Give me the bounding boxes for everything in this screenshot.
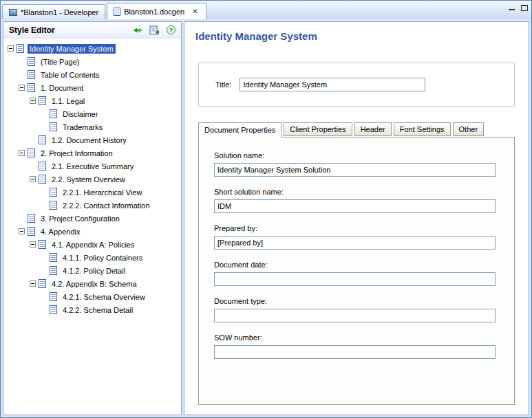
tree-item-label: Identity Manager System	[28, 44, 116, 54]
docgen-file-icon	[114, 8, 120, 16]
collapse-toggle-icon[interactable]	[30, 98, 36, 104]
field-label: Document type:	[214, 297, 496, 305]
tree-item[interactable]: 4.2.1. Schema Overview	[3, 290, 181, 303]
document-icon	[50, 292, 57, 301]
tree-item[interactable]: (Title Page)	[3, 55, 181, 68]
field-input[interactable]	[214, 163, 496, 177]
tree-item[interactable]: 3. Project Configuration	[3, 212, 181, 225]
tree-item[interactable]: 4. Appendix	[3, 225, 181, 238]
tab-client-properties[interactable]: Client Properties	[284, 122, 352, 136]
tree-item-label: 4.2.2. Schema Detail	[61, 305, 135, 315]
minimize-icon[interactable]	[509, 5, 515, 11]
tree-item[interactable]: Identity Manager System	[3, 42, 181, 55]
tree-item[interactable]: 4.1. Appendix A: Policies	[3, 238, 181, 251]
document-icon	[50, 188, 57, 197]
collapse-toggle-icon[interactable]	[30, 241, 36, 248]
document-icon	[50, 266, 57, 275]
tree-item[interactable]: Disclaimer	[3, 107, 181, 120]
tree-item-label: 4.1.2. Policy Detail	[61, 266, 127, 276]
editor-tab-bar: *Blanston1 - Developer Blanston1.docgen …	[1, 1, 531, 19]
generate-document-button[interactable]	[148, 24, 161, 36]
tree-item[interactable]: Trademarks	[3, 120, 181, 133]
tree-item-label: 4.1.1. Policy Containers	[61, 253, 145, 263]
form-field: Document date:	[214, 261, 496, 286]
tree-item-label: 2.1. Executive Summary	[50, 162, 136, 171]
tree-item-label: 2.2.2. Contact Information	[61, 201, 152, 210]
collapse-toggle-icon[interactable]	[19, 150, 25, 156]
tree-item-label: 4.1. Appendix A: Policies	[50, 240, 136, 250]
form-field: SOW number:	[214, 333, 496, 359]
title-field-row: Title:	[215, 78, 503, 91]
tab-header[interactable]: Header	[354, 122, 392, 136]
tree-item[interactable]: 1. Document	[3, 81, 181, 94]
tree-item[interactable]: 2.2.1. Hierarchical View	[3, 186, 181, 199]
field-input[interactable]	[214, 345, 496, 359]
help-button[interactable]: ?	[164, 24, 178, 36]
tree-item[interactable]: 4.1.1. Policy Containers	[3, 251, 181, 264]
style-editor-panel: Style Editor	[3, 21, 182, 415]
tree-item[interactable]: Table of Contents	[3, 68, 181, 81]
style-tree: Identity Manager System(Title Page)Table…	[3, 38, 181, 415]
collapse-toggle-icon[interactable]	[30, 280, 36, 287]
collapse-toggle-icon[interactable]	[19, 85, 25, 91]
tree-item[interactable]: 2.2.2. Contact Information	[3, 199, 181, 212]
page-title: Identity Manager System	[194, 29, 519, 42]
document-icon	[39, 279, 46, 288]
tree-item[interactable]: 2.2. System Overview	[3, 173, 181, 186]
tree-item-label: Table of Contents	[39, 70, 102, 80]
document-icon	[17, 44, 24, 53]
title-label: Title:	[215, 80, 231, 89]
tree-item-label: Disclaimer	[61, 109, 100, 119]
document-icon	[39, 240, 46, 249]
form-field: Short solution name:	[214, 188, 496, 213]
maximize-icon[interactable]	[521, 5, 528, 11]
tab-font-settings[interactable]: Font Settings	[394, 122, 451, 136]
close-tab-icon[interactable]: ✕	[191, 8, 199, 15]
panel-title: Style Editor	[9, 25, 131, 35]
tree-item[interactable]: 4.1.2. Policy Detail	[3, 264, 181, 277]
tab-document-properties[interactable]: Document Properties	[198, 122, 281, 138]
field-label: Short solution name:	[214, 188, 496, 196]
collapse-toggle-icon[interactable]	[8, 45, 14, 52]
document-icon	[39, 96, 46, 105]
tab-other[interactable]: Other	[453, 122, 485, 136]
document-icon	[50, 122, 57, 131]
tree-item[interactable]: 2. Project Information	[3, 146, 181, 160]
document-icon	[28, 83, 35, 92]
tree-item-label: (Title Page)	[39, 57, 81, 67]
tree-item-label: Trademarks	[61, 122, 105, 132]
tree-item[interactable]: 2.1. Executive Summary	[3, 160, 181, 173]
tree-item[interactable]: 4.2.2. Schema Detail	[3, 303, 181, 316]
title-input[interactable]	[240, 78, 425, 91]
document-icon	[28, 214, 35, 223]
document-icon	[50, 109, 57, 118]
document-icon	[50, 253, 57, 262]
tree-item-label: 1.2. Document History	[50, 135, 129, 145]
tree-item[interactable]: 1.2. Document History	[3, 133, 181, 146]
link-with-editor-button[interactable]	[131, 24, 145, 36]
document-icon	[28, 148, 35, 157]
collapse-toggle-icon[interactable]	[30, 176, 36, 182]
tree-item[interactable]: 1.1. Legal	[3, 94, 181, 107]
tab-blanston1-developer[interactable]: *Blanston1 - Developer	[2, 4, 105, 19]
tree-item[interactable]: 4.2. Appendix B: Schema	[3, 277, 181, 290]
document-icon	[39, 135, 46, 144]
help-icon: ?	[167, 25, 175, 34]
field-input[interactable]	[214, 272, 496, 286]
tab-blanston1-docgen[interactable]: Blanston1.docgen ✕	[107, 3, 206, 19]
document-icon	[39, 162, 46, 170]
properties-tabs: Document PropertiesClient PropertiesHead…	[198, 122, 515, 137]
field-input[interactable]	[214, 236, 496, 250]
document-icon	[28, 57, 35, 66]
tab-label: Blanston1.docgen	[124, 8, 184, 16]
document-icon	[50, 201, 57, 210]
window-controls	[509, 5, 528, 11]
tree-item-label: 3. Project Configuration	[39, 214, 122, 223]
field-input[interactable]	[214, 199, 496, 213]
collapse-toggle-icon[interactable]	[19, 228, 25, 234]
field-input[interactable]	[214, 309, 496, 322]
document-icon	[50, 305, 57, 314]
generate-document-icon	[149, 25, 160, 35]
field-label: SOW number:	[214, 333, 496, 342]
tree-item-label: 2.2. System Overview	[50, 175, 127, 184]
